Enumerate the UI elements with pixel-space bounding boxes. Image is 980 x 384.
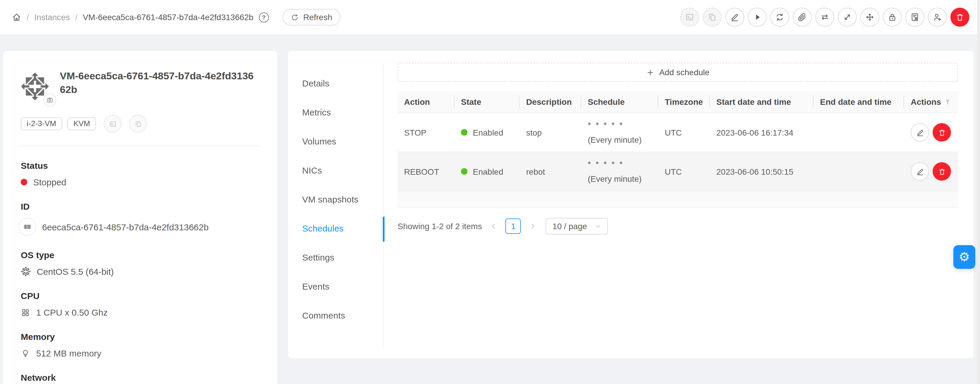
section-label: Status [21,160,259,171]
prev-page-icon[interactable] [487,219,500,234]
cell-description: stop [520,113,581,152]
barcode-icon[interactable] [18,218,36,236]
col-actions: Actions [911,97,941,106]
page-size-value: 10 / page [552,221,587,231]
section-label: ID [21,202,259,211]
vm-tab-nav: Details Metrics Volumes NICs VM snapshot… [288,63,384,346]
pagination: Showing 1-2 of 2 items 1 10 / page [398,218,958,235]
filter-funnel-icon[interactable] [944,98,951,106]
breadcrumb-current-vm: VM-6eeca5ca-6761-4857-b7da-4e2fd313662b [83,13,253,22]
migrate-icon[interactable] [815,8,834,27]
refresh-button[interactable]: Refresh [282,9,340,25]
scrollbar[interactable] [977,0,980,384]
section-label: OS type [21,250,259,260]
help-icon[interactable]: ? [259,12,269,22]
breadcrumb-separator: / [75,13,78,22]
state-dot [461,168,468,175]
col-schedule: Schedule [581,91,658,113]
top-header: / Instances / VM-6eeca5ca-6761-4857-b7da… [0,0,980,35]
tab-settings[interactable]: Settings [288,244,383,271]
breadcrumb: / Instances / VM-6eeca5ca-6761-4857-b7da… [12,9,341,25]
gear-icon: ⚙ [959,250,970,264]
divider [21,146,259,146]
tab-events[interactable]: Events [288,273,383,300]
vm-id-value: 6eeca5ca-6761-4857-b7da-4e2fd313662b [42,222,208,232]
cell-action: REBOOT [398,152,455,191]
diagonal-arrows-icon[interactable] [838,8,857,27]
page-size-select[interactable]: 10 / page [546,218,608,235]
pagination-summary: Showing 1-2 of 2 items [398,221,482,231]
table-header-row: Action State Description Schedule Timezo… [398,91,958,113]
user-add-icon[interactable] [928,8,947,27]
section-label: CPU [21,291,259,301]
section-memory: Memory 512 MB memory [21,332,259,358]
solution-icon[interactable] [905,8,924,27]
add-schedule-button[interactable]: Add schedule [398,63,958,82]
edit-icon[interactable] [911,162,929,181]
bulb-icon [21,349,30,358]
table-row: REBOOT Enabled rebot * * * * * (Every [398,152,958,191]
vm-header: VM-6eeca5ca-6761-4857-b7da-4e2fd313662b [21,70,259,101]
chevron-down-icon [595,223,601,230]
page-number-button[interactable]: 1 [506,219,521,234]
copy-icon [703,8,722,27]
col-state: State [455,91,520,113]
delete-icon[interactable] [932,162,951,181]
play-icon[interactable] [748,8,767,27]
cell-end [813,152,904,191]
tab-details[interactable]: Details [288,70,383,97]
copy-icon [129,115,147,133]
edit-icon[interactable] [911,123,929,141]
memory-value: 512 MB memory [36,348,101,358]
table-footer-row [398,191,958,208]
delete-icon[interactable] [950,8,969,27]
schedules-table: Action State Description Schedule Timezo… [398,91,958,208]
cell-schedule-cron: * * * * * [588,120,652,130]
reload-icon [291,13,298,21]
cell-action: STOP [398,113,455,152]
edit-icon[interactable] [725,8,744,27]
section-id: ID 6eeca5ca-6761-4857-b7da-4e2fd313662b [21,202,259,236]
sync-icon[interactable] [770,8,789,27]
cell-description: rebot [520,152,581,191]
cpu-grid-icon [21,308,30,317]
plus-icon [646,68,654,76]
col-timezone: Timezone [658,91,710,113]
page-body: VM-6eeca5ca-6761-4857-b7da-4e2fd313662b … [0,35,980,384]
tab-volumes[interactable]: Volumes [288,128,383,154]
cell-timezone: UTC [658,113,710,152]
settings-drawer-button[interactable]: ⚙ [953,245,975,269]
paperclip-icon[interactable] [793,8,812,27]
next-page-icon[interactable] [527,219,539,234]
tab-metrics[interactable]: Metrics [288,99,383,125]
cell-schedule-hint: (Every minute) [588,174,652,184]
tab-comments[interactable]: Comments [288,302,383,328]
app-root: / Instances / VM-6eeca5ca-6761-4857-b7da… [0,0,980,384]
col-end: End date and time [813,91,904,113]
camera-icon[interactable] [43,94,56,106]
cell-state: Enabled [473,167,503,176]
centos-icon [21,267,31,276]
cell-end [813,113,904,152]
table-row: STOP Enabled stop * * * * * (Every min [398,113,958,152]
tab-nics[interactable]: NICs [288,157,383,184]
vm-info-card: VM-6eeca5ca-6761-4857-b7da-4e2fd313662b … [3,51,277,384]
section-label: Network [21,373,259,382]
vm-detail-card: Details Metrics Volumes NICs VM snapshot… [288,51,974,358]
vm-tag: i-2-3-VM [21,117,62,130]
col-description: Description [520,91,581,113]
state-dot [461,129,468,136]
breadcrumb-instances[interactable]: Instances [34,13,70,22]
delete-icon[interactable] [932,123,951,141]
home-icon[interactable] [12,13,21,22]
cell-start: 2023-06-06 10:50:15 [710,152,813,191]
tab-vm-snapshots[interactable]: VM snapshots [288,186,383,213]
status-dot [21,179,27,185]
vm-toolbar [680,8,969,27]
tab-schedules[interactable]: Schedules [288,215,383,241]
os-type-value: CentOS 5.5 (64-bit) [37,267,114,276]
schedules-panel: Add schedule Action State Description Sc… [384,63,958,346]
lock-icon[interactable] [883,8,902,27]
move-icon[interactable] [860,8,879,27]
section-os-type: OS type CentO [21,250,259,276]
